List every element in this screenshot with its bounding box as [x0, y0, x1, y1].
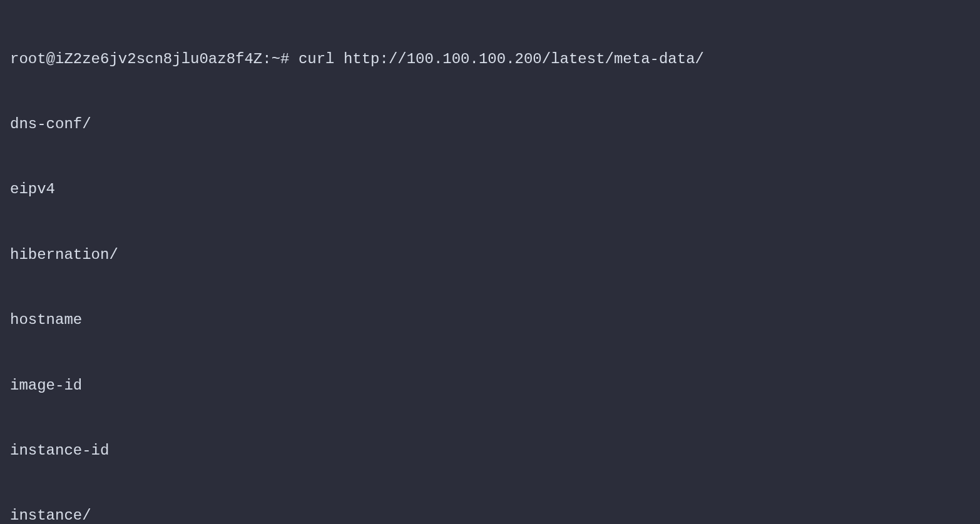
- shell-prompt: root@iZ2ze6jv2scn8jlu0az8f4Z:~#: [10, 51, 299, 68]
- command-line-1: root@iZ2ze6jv2scn8jlu0az8f4Z:~# curl htt…: [10, 49, 970, 71]
- output-line: hostname: [10, 310, 970, 331]
- output-line: image-id: [10, 375, 970, 397]
- output-line: instance/: [10, 505, 970, 524]
- shell-command: curl http://100.100.100.200/latest/meta-…: [299, 51, 704, 68]
- output-line: hibernation/: [10, 244, 970, 266]
- output-line: dns-conf/: [10, 114, 970, 136]
- terminal-window[interactable]: root@iZ2ze6jv2scn8jlu0az8f4Z:~# curl htt…: [10, 5, 970, 524]
- output-line: eipv4: [10, 179, 970, 201]
- output-line: instance-id: [10, 440, 970, 462]
